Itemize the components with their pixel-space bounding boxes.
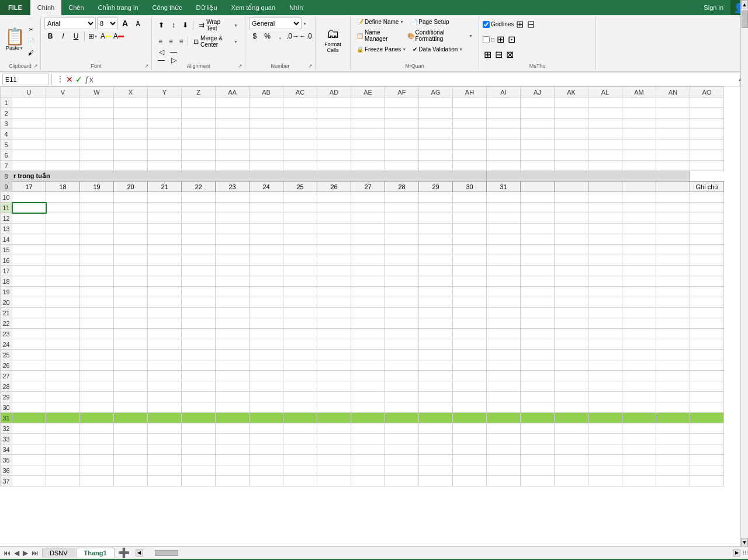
cell[interactable] bbox=[317, 329, 351, 339]
cell[interactable] bbox=[690, 360, 724, 371]
cell[interactable] bbox=[250, 119, 283, 129]
cell[interactable] bbox=[182, 423, 216, 434]
cell[interactable] bbox=[487, 297, 521, 308]
cell[interactable] bbox=[148, 329, 182, 339]
cell[interactable] bbox=[216, 266, 250, 276]
cell[interactable] bbox=[46, 192, 80, 203]
decrease-indent-button[interactable]: ◁— bbox=[155, 50, 167, 62]
cell[interactable] bbox=[521, 465, 555, 476]
cell[interactable] bbox=[250, 150, 283, 161]
cell[interactable] bbox=[487, 413, 521, 423]
cell[interactable] bbox=[419, 413, 453, 423]
cell[interactable]: 30 bbox=[453, 182, 487, 192]
cell[interactable] bbox=[216, 98, 250, 108]
cell[interactable] bbox=[148, 276, 182, 287]
cell[interactable] bbox=[80, 98, 114, 108]
cell[interactable]: 25 bbox=[283, 182, 317, 192]
copy-button[interactable]: 📄 bbox=[26, 36, 36, 46]
cell[interactable] bbox=[182, 350, 216, 360]
cell[interactable] bbox=[216, 161, 250, 171]
font-name-select[interactable]: Arial bbox=[44, 18, 96, 29]
cell[interactable] bbox=[317, 255, 351, 266]
cell[interactable] bbox=[80, 434, 114, 444]
cell[interactable] bbox=[622, 203, 656, 213]
cell[interactable] bbox=[622, 392, 656, 402]
cell[interactable] bbox=[12, 413, 46, 423]
cell[interactable] bbox=[453, 371, 487, 381]
cell[interactable] bbox=[385, 350, 419, 360]
cell[interactable] bbox=[317, 224, 351, 234]
cell[interactable] bbox=[114, 434, 148, 444]
cell[interactable] bbox=[385, 423, 419, 434]
cell[interactable] bbox=[351, 129, 385, 140]
cell[interactable] bbox=[351, 360, 385, 371]
cell[interactable] bbox=[46, 98, 80, 108]
cell[interactable] bbox=[317, 266, 351, 276]
cell[interactable] bbox=[588, 308, 622, 318]
clipboard-expand[interactable]: ↗ bbox=[33, 63, 39, 69]
cell[interactable]: 19 bbox=[80, 182, 114, 192]
cell[interactable] bbox=[114, 224, 148, 234]
cell[interactable] bbox=[182, 161, 216, 171]
cell[interactable]: 18 bbox=[46, 182, 80, 192]
cell[interactable] bbox=[453, 444, 487, 455]
cell[interactable] bbox=[588, 245, 622, 255]
cell[interactable] bbox=[385, 150, 419, 161]
cell[interactable] bbox=[487, 213, 521, 224]
cancel-formula-button[interactable]: ✕ bbox=[66, 75, 73, 84]
cell[interactable] bbox=[690, 255, 724, 266]
align-top-button[interactable]: ⬆ bbox=[155, 19, 167, 31]
cell[interactable] bbox=[656, 318, 690, 329]
cell[interactable] bbox=[555, 434, 588, 444]
cell[interactable] bbox=[385, 371, 419, 381]
cell[interactable] bbox=[114, 402, 148, 413]
align-bottom-button[interactable]: ⬇ bbox=[180, 19, 192, 31]
cell[interactable]: 26 bbox=[317, 182, 351, 192]
cell[interactable] bbox=[419, 297, 453, 308]
cell[interactable] bbox=[656, 360, 690, 371]
comma-button[interactable]: , bbox=[274, 30, 286, 42]
cell[interactable] bbox=[46, 108, 80, 119]
cell[interactable] bbox=[12, 402, 46, 413]
cell[interactable] bbox=[250, 350, 283, 360]
cell[interactable]: 20 bbox=[114, 182, 148, 192]
col-header-AG[interactable]: AG bbox=[419, 87, 453, 98]
cell[interactable] bbox=[182, 266, 216, 276]
cell[interactable] bbox=[588, 255, 622, 266]
cell[interactable] bbox=[12, 276, 46, 287]
cell[interactable] bbox=[148, 203, 182, 213]
cell[interactable] bbox=[521, 350, 555, 360]
cell[interactable] bbox=[453, 350, 487, 360]
cell[interactable] bbox=[80, 150, 114, 161]
cell[interactable] bbox=[521, 413, 555, 423]
cell[interactable] bbox=[487, 255, 521, 266]
scroll-down-button[interactable]: ▼ bbox=[741, 538, 748, 546]
cell[interactable] bbox=[622, 297, 656, 308]
cell[interactable] bbox=[46, 140, 80, 150]
cell[interactable] bbox=[114, 381, 148, 392]
cell[interactable] bbox=[690, 98, 724, 108]
cell[interactable] bbox=[283, 423, 317, 434]
cell[interactable] bbox=[216, 224, 250, 234]
cell[interactable] bbox=[12, 140, 46, 150]
cell[interactable] bbox=[622, 108, 656, 119]
cell[interactable] bbox=[419, 350, 453, 360]
cell[interactable] bbox=[250, 203, 283, 213]
tab-chen[interactable]: Chèn bbox=[61, 0, 91, 15]
cell[interactable] bbox=[453, 297, 487, 308]
increase-decimal-button[interactable]: .0→ bbox=[287, 30, 299, 42]
cell[interactable] bbox=[216, 287, 250, 297]
cell[interactable] bbox=[148, 266, 182, 276]
cell[interactable] bbox=[521, 444, 555, 455]
cell[interactable] bbox=[250, 140, 283, 150]
cell[interactable] bbox=[351, 350, 385, 360]
cell[interactable] bbox=[80, 108, 114, 119]
cell[interactable] bbox=[317, 381, 351, 392]
tab-file[interactable]: FILE bbox=[0, 0, 30, 15]
cell[interactable] bbox=[656, 108, 690, 119]
cell[interactable] bbox=[521, 255, 555, 266]
cell[interactable] bbox=[690, 423, 724, 434]
cell[interactable] bbox=[283, 234, 317, 245]
cell[interactable] bbox=[283, 371, 317, 381]
cell[interactable] bbox=[80, 360, 114, 371]
